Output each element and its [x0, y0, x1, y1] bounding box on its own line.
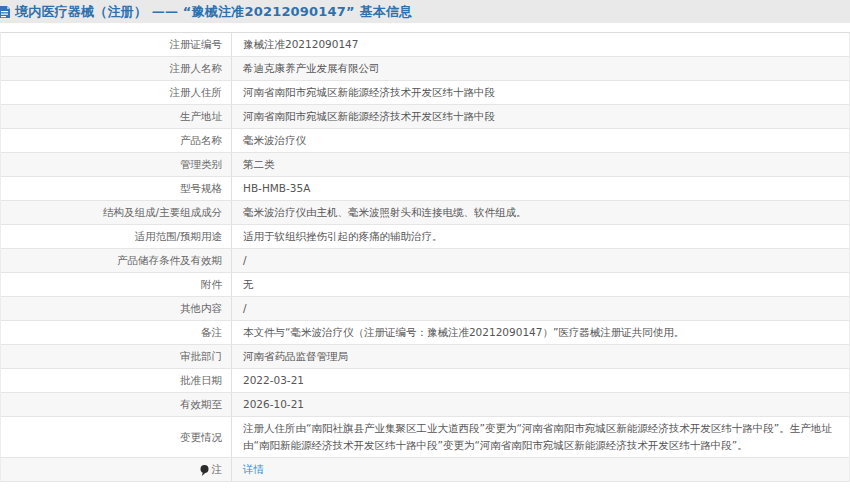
table-row-valid-until: 有效期至 2026-10-21: [1, 393, 849, 417]
table-row-storage-conditions: 产品储存条件及有效期 /: [1, 249, 849, 273]
row-label: 产品名称: [1, 129, 232, 152]
row-label: 适用范围/预期用途: [1, 225, 232, 248]
row-value: 毫米波治疗仪: [232, 129, 849, 152]
row-label: 注册人名称: [1, 57, 232, 80]
document-icon: [0, 5, 11, 19]
row-value: 本文件与“毫米波治疗仪（注册证编号：豫械注准20212090147）”医疗器械注…: [232, 321, 849, 344]
table-row-production-address: 生产地址 河南省南阳市宛城区新能源经济技术开发区纬十路中段: [1, 105, 849, 129]
row-label: 产品储存条件及有效期: [1, 249, 232, 272]
row-label: 管理类别: [1, 153, 232, 176]
row-label-text: 注: [212, 461, 223, 478]
table-row-model-spec: 型号规格 HB-HMB-35A: [1, 177, 849, 201]
row-value: 无: [232, 273, 849, 296]
row-value: 豫械注准20212090147: [232, 33, 849, 56]
row-value: /: [232, 297, 849, 320]
row-value: 第二类: [232, 153, 849, 176]
row-value: 希迪克康养产业发展有限公司: [232, 57, 849, 80]
table-row-attachments: 附件 无: [1, 273, 849, 297]
table-row-approval-date: 批准日期 2022-03-21: [1, 369, 849, 393]
table-row-product-name: 产品名称 毫米波治疗仪: [1, 129, 849, 153]
row-value: 2022-03-21: [232, 369, 849, 392]
table-row-note: 注 详情: [1, 458, 849, 482]
table-row-registrant-address: 注册人住所 河南省南阳市宛城区新能源经济技术开发区纬十路中段: [1, 81, 849, 105]
row-value: 适用于软组织挫伤引起的疼痛的辅助治疗。: [232, 225, 849, 248]
row-value: HB-HMB-35A: [232, 177, 849, 200]
row-label: 有效期至: [1, 393, 232, 416]
table-row-registrant-name: 注册人名称 希迪克康养产业发展有限公司: [1, 57, 849, 81]
info-table: 注册证编号 豫械注准20212090147 注册人名称 希迪克康养产业发展有限公…: [0, 32, 850, 482]
row-value: 注册人住所由“南阳社旗县产业集聚区工业大道西段”变更为“河南省南阳市宛城区新能源…: [232, 417, 849, 457]
table-row-remarks: 备注 本文件与“毫米波治疗仪（注册证编号：豫械注准20212090147）”医疗…: [1, 321, 849, 345]
table-row-intended-use: 适用范围/预期用途 适用于软组织挫伤引起的疼痛的辅助治疗。: [1, 225, 849, 249]
table-row-change-history: 变更情况 注册人住所由“南阳社旗县产业集聚区工业大道西段”变更为“河南省南阳市宛…: [1, 417, 849, 458]
row-label: 批准日期: [1, 369, 232, 392]
row-label: 型号规格: [1, 177, 232, 200]
row-label: 变更情况: [1, 417, 232, 457]
row-value: 详情: [232, 458, 849, 481]
page-header: 境内医疗器械（注册） —— “豫械注准20212090147” 基本信息: [0, 0, 850, 23]
row-value: 2026-10-21: [232, 393, 849, 416]
row-label: 注册人住所: [1, 81, 232, 104]
balloon-icon: [200, 465, 209, 476]
row-label: 附件: [1, 273, 232, 296]
row-value: 河南省南阳市宛城区新能源经济技术开发区纬十路中段: [232, 105, 849, 128]
row-label: 结构及组成/主要组成成分: [1, 201, 232, 224]
row-label: 注册证编号: [1, 33, 232, 56]
row-value: 河南省药品监督管理局: [232, 345, 849, 368]
row-label: 其他内容: [1, 297, 232, 320]
table-row-composition: 结构及组成/主要组成成分 毫米波治疗仪由主机、毫米波照射头和连接电缆、软件组成。: [1, 201, 849, 225]
row-label: 备注: [1, 321, 232, 344]
row-value: 毫米波治疗仪由主机、毫米波照射头和连接电缆、软件组成。: [232, 201, 849, 224]
row-value: 河南省南阳市宛城区新能源经济技术开发区纬十路中段: [232, 81, 849, 104]
row-label: 审批部门: [1, 345, 232, 368]
row-label: 注: [1, 458, 232, 481]
page-title: 境内医疗器械（注册） —— “豫械注准20212090147” 基本信息: [15, 3, 412, 21]
table-row-approval-department: 审批部门 河南省药品监督管理局: [1, 345, 849, 369]
table-row-reg-number: 注册证编号 豫械注准20212090147: [1, 33, 849, 57]
row-value: /: [232, 249, 849, 272]
table-row-management-class: 管理类别 第二类: [1, 153, 849, 177]
table-row-other-content: 其他内容 /: [1, 297, 849, 321]
details-link[interactable]: 详情: [243, 461, 264, 478]
row-label: 生产地址: [1, 105, 232, 128]
